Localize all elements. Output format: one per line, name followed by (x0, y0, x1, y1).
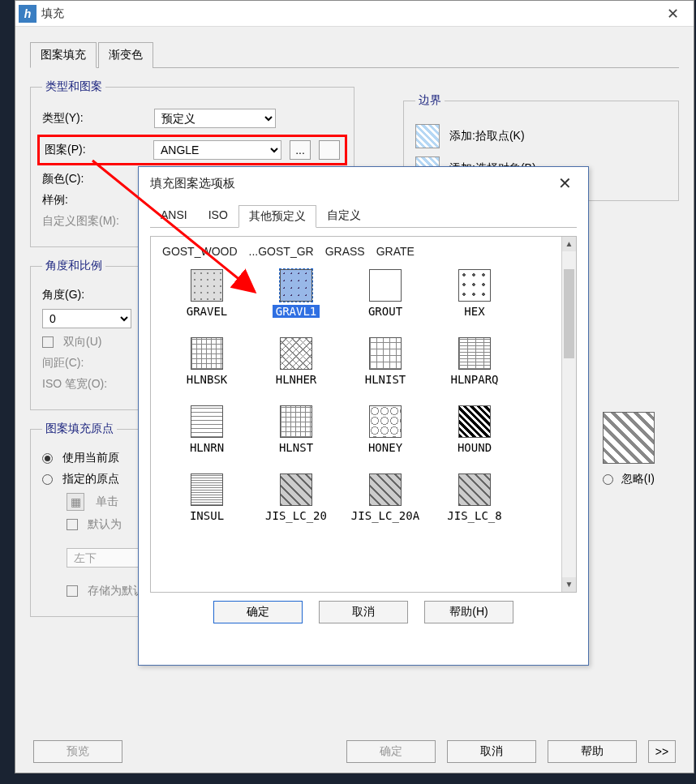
svg-line-0 (92, 161, 255, 292)
legend-origin: 图案填充原点 (42, 422, 117, 436)
pattern-grid: GRAVELGRAVL1GROUTHEXHLNBSKHLNHERHLNISTHL… (162, 269, 569, 522)
radio-use-current[interactable] (42, 453, 53, 464)
cancel-button[interactable]: 取消 (447, 740, 536, 763)
pattern-swatch (280, 405, 312, 438)
pattern-label: HONEY (368, 441, 402, 454)
type-select[interactable]: 预定义 (154, 109, 276, 128)
pattern-browse-button[interactable]: ... (290, 140, 311, 160)
pattern-cell-hlnparq[interactable]: HLNPARQ (430, 337, 519, 386)
pattern-cell-insul[interactable]: INSUL (162, 473, 251, 522)
pattern-swatch (369, 473, 402, 506)
palette-cancel-button[interactable]: 取消 (319, 601, 408, 623)
dialog-footer: 预览 确定 取消 帮助 >> (33, 740, 676, 763)
use-current-label: 使用当前原 (62, 451, 119, 465)
pattern-label: JIS_LC_8 (447, 509, 501, 522)
pattern-cell-hlnbsk[interactable]: HLNBSK (162, 337, 251, 386)
pattern-cell-jis_lc_20[interactable]: JIS_LC_20 (251, 473, 341, 522)
twodir-label: 双向(U) (63, 335, 101, 349)
ignore-label: 忽略(I) (621, 472, 655, 486)
palette-scrollbar[interactable]: ▲ ▼ (561, 237, 576, 592)
pick-point-icon[interactable] (415, 124, 440, 148)
add-pick-label[interactable]: 添加:拾取点(K) (449, 129, 525, 144)
pattern-label: HLNRN (190, 441, 224, 454)
palette-help-button[interactable]: 帮助(H) (424, 601, 513, 623)
pattern-cell-grout[interactable]: GROUT (341, 269, 430, 318)
palette-footer: 确定 取消 帮助(H) (139, 601, 588, 623)
expand-button[interactable]: >> (648, 740, 676, 763)
radio-specify[interactable] (42, 474, 53, 485)
pattern-swatch (458, 269, 491, 302)
pattern-cell-hlnher[interactable]: HLNHER (251, 337, 341, 386)
app-icon: h (19, 5, 37, 23)
pattern-cell-hound[interactable]: HOUND (430, 405, 519, 454)
legend-boundary: 边界 (415, 93, 445, 108)
ptab-custom[interactable]: 自定义 (316, 204, 372, 227)
pattern-cell-hex[interactable]: HEX (430, 269, 519, 318)
scroll-thumb[interactable] (564, 269, 574, 358)
pattern-label: JIS_LC_20A (351, 509, 419, 522)
pattern-cell-hlnist[interactable]: HLNIST (341, 337, 430, 386)
pattern-label: HLNHER (276, 373, 317, 386)
pattern-swatch (191, 473, 223, 506)
pattern-label: HLNST (279, 441, 313, 454)
pattern-cell-jis_lc_8[interactable]: JIS_LC_8 (430, 473, 519, 522)
pattern-label: JIS_LC_20 (265, 509, 327, 522)
tab-gradient[interactable]: 渐变色 (98, 42, 153, 68)
pattern-label: INSUL (190, 509, 224, 522)
pattern-swatch (458, 405, 491, 438)
isopen-label: ISO 笔宽(O): (42, 377, 148, 392)
pattern-swatch (280, 473, 312, 506)
toprow-item[interactable]: GRASS (325, 245, 365, 258)
ok-button: 确定 (346, 740, 436, 763)
pattern-swatch (458, 473, 491, 506)
pattern-cell-honey[interactable]: HONEY (341, 405, 430, 454)
pattern-cell-jis_lc_20a[interactable]: JIS_LC_20A (341, 473, 430, 522)
radio-ignore[interactable] (603, 474, 613, 485)
specify-label: 指定的原点 (62, 472, 119, 486)
main-tabs: 图案填充 渐变色 (30, 41, 679, 68)
close-button[interactable]: ✕ (655, 2, 690, 26)
pattern-swatch (369, 269, 402, 302)
spacing-label: 间距(C): (42, 356, 148, 371)
pattern-swatch (191, 337, 223, 370)
legend-type: 类型和图案 (42, 79, 105, 94)
default-as-checkbox[interactable] (67, 519, 78, 530)
pattern-label: HLNPARQ (450, 373, 498, 386)
pattern-swatch (191, 405, 223, 438)
type-label: 类型(Y): (42, 111, 148, 126)
pattern-label: HEX (464, 305, 484, 318)
annotation-arrow (84, 156, 271, 302)
pattern-swatch (458, 337, 491, 370)
scroll-down-button[interactable]: ▼ (562, 577, 576, 592)
help-button[interactable]: 帮助 (548, 740, 637, 763)
default-as-label: 默认为 (88, 517, 122, 532)
twodir-checkbox[interactable] (42, 336, 54, 348)
pattern-cell-hlnst[interactable]: HLNST (251, 405, 341, 454)
angle-select[interactable]: 0 (42, 309, 131, 328)
pattern-swatch (369, 337, 402, 370)
pattern-cell-hlnrn[interactable]: HLNRN (162, 405, 251, 454)
pattern-label: GRAVEL (187, 305, 228, 318)
pattern-label: HOUND (458, 441, 492, 454)
pattern-label: HLNBSK (187, 373, 228, 386)
tab-hatch[interactable]: 图案填充 (30, 42, 97, 68)
pattern-swatch (280, 269, 312, 302)
click-label: 单击 (96, 495, 118, 509)
pattern-label: HLNIST (365, 373, 406, 386)
pattern-swatch (369, 405, 402, 438)
palette-ok-button[interactable]: 确定 (213, 601, 303, 623)
pattern-label: GROUT (368, 305, 402, 318)
window-title: 填充 (41, 6, 655, 21)
pattern-swatch (280, 337, 312, 370)
scroll-up-button[interactable]: ▲ (562, 237, 576, 251)
palette-close-button[interactable]: ✕ (553, 174, 577, 193)
pattern-extra-button[interactable] (319, 140, 340, 160)
store-origin-checkbox[interactable] (67, 585, 78, 597)
island-preview-icon (603, 412, 655, 464)
titlebar: h 填充 ✕ (15, 1, 694, 27)
pattern-label: GRAVL1 (273, 305, 320, 318)
click-origin-icon: ▦ (67, 493, 84, 511)
toprow-item[interactable]: GRATE (376, 245, 415, 258)
preview-button: 预览 (33, 740, 122, 763)
